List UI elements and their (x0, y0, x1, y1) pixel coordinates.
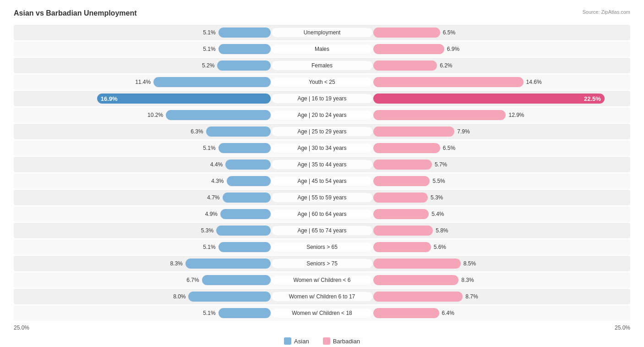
bar-asian (166, 110, 271, 120)
bar-barbadian (373, 28, 440, 38)
bar-row: 4.4%Age | 35 to 44 years5.7% (14, 157, 630, 172)
right-side: 5.5% (372, 173, 630, 189)
right-side: 6.2% (372, 58, 630, 73)
left-side: 10.2% (14, 107, 272, 123)
bars-wrapper: 6.7%Women w/ Children < 68.3% (14, 272, 630, 288)
bar-barbadian (373, 226, 433, 236)
row-label: Age | 65 to 74 years (272, 226, 372, 235)
bar-asian (202, 275, 271, 285)
right-side: 5.6% (372, 239, 630, 255)
bars-wrapper: 5.1%Males6.9% (14, 41, 630, 57)
bar-row: 5.3%Age | 65 to 74 years5.8% (14, 223, 630, 238)
bars-wrapper: 5.1%Women w/ Children < 186.4% (14, 305, 630, 321)
bar-row: 5.1%Unemployment6.5% (14, 25, 630, 40)
bar-row: 5.2%Females6.2% (14, 58, 630, 73)
left-value: 4.4% (210, 161, 223, 168)
row-label: Age | 20 to 24 years (272, 110, 372, 120)
right-side: 6.5% (372, 25, 630, 40)
legend-label-barbadian: Barbadian (333, 338, 360, 345)
bars-wrapper: 5.1%Unemployment6.5% (14, 25, 630, 40)
row-label: Women w/ Children < 18 (272, 308, 372, 318)
right-side: 6.4% (372, 305, 630, 321)
bar-row: 5.1%Seniors > 655.6% (14, 239, 630, 255)
bar-barbadian (373, 61, 437, 71)
right-value: 5.3% (431, 194, 443, 201)
axis-right: 25.0% (372, 325, 630, 331)
right-value: 14.6% (526, 79, 542, 85)
bar-barbadian (373, 143, 440, 153)
left-side: 11.4% (14, 74, 272, 90)
bars-wrapper: 5.2%Females6.2% (14, 58, 630, 73)
bar-barbadian (373, 44, 444, 54)
bar-barbadian (373, 193, 428, 203)
left-side: 5.1% (14, 239, 272, 255)
right-value: 6.5% (443, 145, 455, 151)
left-side: 8.3% (14, 256, 272, 271)
right-value: 22.5% (580, 95, 605, 102)
right-side: 5.3% (372, 190, 630, 205)
bar-barbadian (373, 209, 429, 219)
right-side: 6.5% (372, 140, 630, 156)
row-label: Females (272, 61, 372, 70)
bar-asian (218, 143, 271, 153)
bar-asian (223, 193, 271, 203)
left-value: 16.9% (97, 95, 121, 102)
left-value: 6.3% (191, 128, 203, 135)
row-label: Age | 60 to 64 years (272, 209, 372, 219)
left-side: 4.9% (14, 206, 272, 222)
bars-wrapper: 4.9%Age | 60 to 64 years5.4% (14, 206, 630, 222)
bar-barbadian (373, 242, 431, 252)
left-side: 4.3% (14, 173, 272, 189)
right-value: 8.3% (461, 277, 474, 283)
bar-barbadian (373, 110, 506, 120)
legend-box-barbadian (323, 337, 330, 345)
bar-row: 4.3%Age | 45 to 54 years5.5% (14, 173, 630, 189)
bar-asian (218, 44, 271, 54)
right-value: 5.5% (432, 178, 445, 184)
bar-asian (225, 160, 271, 170)
bars-wrapper: 8.3%Seniors > 758.5% (14, 256, 630, 271)
left-value: 5.1% (203, 244, 215, 250)
bar-asian (188, 292, 271, 302)
left-value: 5.1% (203, 310, 215, 316)
left-side: 5.3% (14, 223, 272, 238)
bar-asian (216, 226, 271, 236)
row-label: Age | 45 to 54 years (272, 176, 372, 186)
bar-barbadian (373, 160, 432, 170)
bar-row: 8.3%Seniors > 758.5% (14, 256, 630, 271)
row-label: Age | 55 to 59 years (272, 193, 372, 202)
bar-row: 10.2%Age | 20 to 24 years12.9% (14, 107, 630, 123)
bar-barbadian (373, 127, 454, 137)
bar-row: 8.0%Women w/ Children 6 to 178.7% (14, 289, 630, 304)
bar-row: 11.4%Youth < 2514.6% (14, 74, 630, 90)
right-side: 6.9% (372, 41, 630, 57)
left-value: 6.7% (186, 277, 199, 283)
bar-asian (218, 28, 271, 38)
row-label: Males (272, 44, 372, 54)
row-label: Age | 16 to 19 years (272, 94, 372, 103)
right-value: 5.4% (431, 211, 444, 217)
row-label: Age | 25 to 29 years (272, 127, 372, 136)
right-side: 8.3% (372, 272, 630, 288)
right-value: 6.2% (440, 62, 452, 69)
legend-box-asian (284, 337, 291, 345)
source-label: Source: ZipAtlas.com (582, 9, 630, 15)
bars-wrapper: 16.9%Age | 16 to 19 years22.5% (14, 91, 630, 106)
bars-wrapper: 5.1%Seniors > 655.6% (14, 239, 630, 255)
bar-barbadian (373, 308, 439, 318)
bars-wrapper: 4.7%Age | 55 to 59 years5.3% (14, 190, 630, 205)
bar-barbadian (373, 176, 430, 186)
left-side: 6.3% (14, 124, 272, 139)
bar-asian (206, 127, 271, 137)
right-side: 5.4% (372, 206, 630, 222)
bar-asian (217, 61, 271, 71)
left-value: 5.2% (202, 62, 214, 69)
legend-item-barbadian: Barbadian (323, 337, 360, 345)
bar-row: 6.7%Women w/ Children < 68.3% (14, 272, 630, 288)
right-side: 12.9% (372, 107, 630, 123)
right-side: 5.8% (372, 223, 630, 238)
right-side: 7.9% (372, 124, 630, 139)
bars-wrapper: 11.4%Youth < 2514.6% (14, 74, 630, 90)
right-value: 5.8% (436, 227, 448, 234)
bar-barbadian: 22.5% (373, 94, 605, 104)
